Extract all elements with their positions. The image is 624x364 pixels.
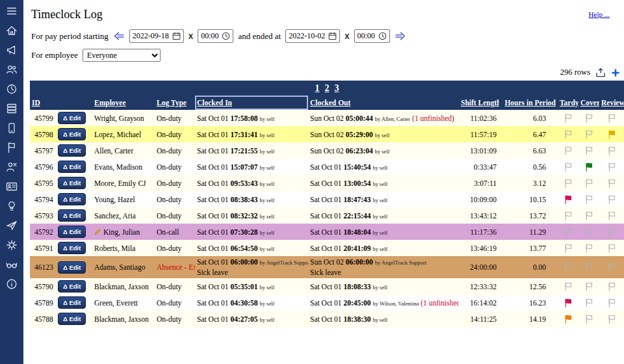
column-header-link-hours-in-period[interactable]: Hours in Period <box>504 99 556 107</box>
megaphone-icon[interactable] <box>5 44 18 56</box>
column-header-review[interactable]: Review <box>599 96 624 110</box>
column-header-link-logtype[interactable]: Log Type <box>157 99 187 107</box>
server-icon[interactable] <box>5 102 18 114</box>
column-header-employee[interactable]: Employee <box>92 96 155 110</box>
review-flag-icon[interactable] <box>607 113 616 124</box>
review-flag-icon[interactable] <box>607 178 616 188</box>
column-header-link-tardy[interactable]: Tardy <box>560 99 578 107</box>
review-flag-icon[interactable] <box>607 227 616 237</box>
tardy-flag-icon[interactable] <box>564 262 573 272</box>
clock-icon[interactable] <box>222 32 230 40</box>
clear-start-date-button[interactable]: X <box>188 32 193 40</box>
edit-button[interactable]: Δ Edit <box>58 112 86 124</box>
column-header-tardy[interactable]: Tardy <box>558 96 578 110</box>
previous-period-arrow-icon[interactable] <box>113 32 125 40</box>
review-flag-icon[interactable] <box>607 146 616 156</box>
clock-icon[interactable] <box>378 32 387 40</box>
review-flag-icon[interactable] <box>607 211 616 221</box>
cover-flag-icon[interactable] <box>584 113 593 124</box>
review-flag-icon[interactable] <box>607 194 616 205</box>
start-date-input[interactable]: 2022-09-18 <box>129 29 184 43</box>
column-header-cover[interactable]: Cover <box>578 96 599 110</box>
column-header-link-employee[interactable]: Employee <box>94 99 126 107</box>
help-link[interactable]: Help ... <box>589 10 610 18</box>
column-header-shift-length[interactable]: Shift Length <box>459 96 499 110</box>
tardy-flag-icon[interactable] <box>564 281 573 292</box>
cover-flag-icon[interactable] <box>584 162 593 172</box>
review-flag-icon[interactable] <box>607 314 616 324</box>
page-link-3[interactable]: 3 <box>335 83 339 93</box>
clock-icon[interactable] <box>5 83 18 95</box>
edit-button[interactable]: Δ Edit <box>58 144 86 157</box>
cover-flag-icon[interactable] <box>584 281 593 292</box>
review-flag-icon[interactable] <box>607 243 616 254</box>
cover-flag-icon[interactable] <box>584 211 593 221</box>
edit-button[interactable]: Δ Edit <box>58 161 86 173</box>
cover-flag-icon[interactable] <box>584 194 593 205</box>
employee-select[interactable]: Everyone <box>83 49 161 62</box>
tardy-flag-icon[interactable] <box>564 129 573 140</box>
review-flag-icon[interactable] <box>607 162 616 172</box>
cover-flag-icon[interactable] <box>584 262 593 272</box>
gear-icon[interactable] <box>5 239 18 251</box>
add-icon[interactable] <box>611 68 620 77</box>
edit-button[interactable]: Δ Edit <box>58 280 86 292</box>
edit-button[interactable]: Δ Edit <box>58 177 86 189</box>
clear-end-date-button[interactable]: X <box>344 32 349 40</box>
cover-flag-icon[interactable] <box>584 243 593 254</box>
cover-flag-icon[interactable] <box>584 178 593 188</box>
tardy-flag-icon[interactable] <box>564 211 573 221</box>
cover-flag-icon[interactable] <box>584 314 593 324</box>
info-icon[interactable] <box>5 278 18 290</box>
edit-button[interactable]: Δ Edit <box>58 242 86 254</box>
end-date-input[interactable]: 2022-10-02 <box>285 29 340 43</box>
column-header-id[interactable]: ID <box>30 96 56 110</box>
menu-icon[interactable] <box>5 5 18 17</box>
column-header-logtype[interactable]: Log Type <box>155 96 195 110</box>
idcard-icon[interactable] <box>5 180 18 192</box>
cover-flag-icon[interactable] <box>584 129 593 140</box>
page-link-2[interactable]: 2 <box>325 83 330 93</box>
column-header-clocked-out[interactable]: Clocked Out <box>308 96 459 110</box>
user-x-icon[interactable] <box>5 161 18 173</box>
edit-button[interactable]: Δ Edit <box>58 193 86 205</box>
tardy-flag-icon[interactable] <box>564 314 573 324</box>
start-time-input[interactable]: 00:00 <box>198 29 233 43</box>
column-header-link-id[interactable]: ID <box>32 99 40 107</box>
review-flag-icon[interactable] <box>607 262 616 272</box>
tardy-flag-icon[interactable] <box>564 194 573 205</box>
cover-flag-icon[interactable] <box>584 298 593 308</box>
bulb-icon[interactable] <box>5 200 18 212</box>
edit-button[interactable]: Δ Edit <box>58 209 86 222</box>
glasses-icon[interactable] <box>5 258 18 270</box>
cover-flag-icon[interactable] <box>584 146 593 156</box>
next-period-arrow-icon[interactable] <box>395 32 406 40</box>
column-header-link-clocked-in[interactable]: Clocked In <box>197 99 232 107</box>
edit-button[interactable]: Δ Edit <box>58 128 86 140</box>
column-header-link-cover[interactable]: Cover <box>580 99 599 107</box>
review-flag-icon[interactable] <box>607 298 616 308</box>
flagside-icon[interactable] <box>5 141 18 153</box>
cover-flag-icon[interactable] <box>584 227 593 237</box>
edit-button[interactable]: Δ Edit <box>58 261 86 274</box>
end-time-input[interactable]: 00:00 <box>354 29 390 43</box>
send-icon[interactable] <box>5 219 18 231</box>
column-header-clocked-in[interactable]: Clocked In <box>195 96 308 110</box>
phone-icon[interactable] <box>5 122 18 134</box>
calendar-icon[interactable] <box>328 32 337 40</box>
calendar-icon[interactable] <box>172 32 181 40</box>
edit-button[interactable]: Δ Edit <box>58 226 86 238</box>
tardy-flag-icon[interactable] <box>564 178 573 188</box>
edit-button[interactable]: Δ Edit <box>58 313 86 325</box>
tardy-flag-icon[interactable] <box>564 298 573 308</box>
page-link-1[interactable]: 1 <box>315 83 320 93</box>
home-icon[interactable] <box>5 24 18 36</box>
edit-button[interactable]: Δ Edit <box>58 296 86 309</box>
column-header-link-review[interactable]: Review <box>601 99 624 107</box>
review-flag-icon[interactable] <box>607 281 616 292</box>
tardy-flag-icon[interactable] <box>564 227 573 237</box>
review-flag-icon[interactable] <box>607 129 616 140</box>
tardy-flag-icon[interactable] <box>564 113 573 124</box>
users-icon[interactable] <box>5 63 18 75</box>
tardy-flag-icon[interactable] <box>564 146 573 156</box>
